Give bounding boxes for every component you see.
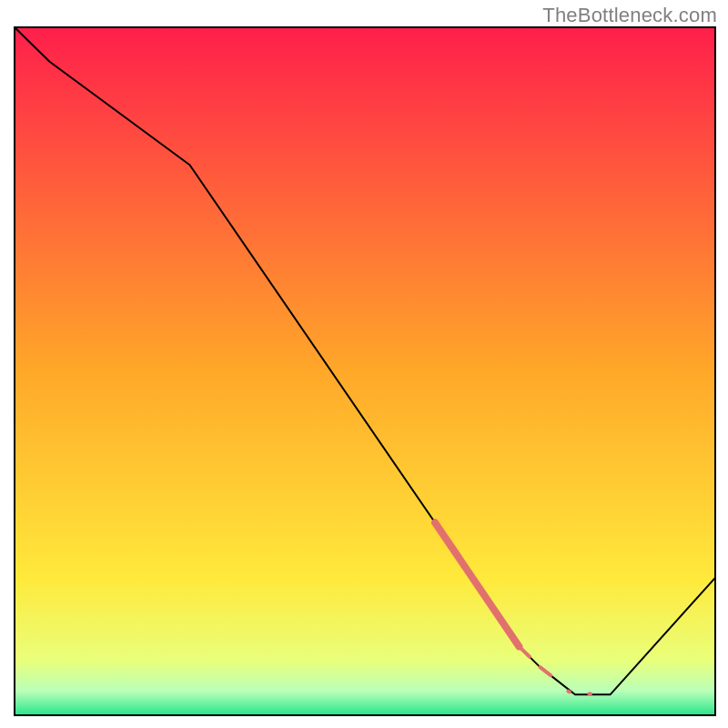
bottleneck-chart bbox=[0, 0, 728, 728]
gradient-background bbox=[15, 27, 715, 715]
watermark-text: TheBottleneck.com bbox=[542, 4, 717, 27]
plot-area bbox=[15, 27, 715, 715]
highlight-segment-3 bbox=[568, 692, 570, 693]
chart-container: TheBottleneck.com bbox=[0, 0, 728, 728]
